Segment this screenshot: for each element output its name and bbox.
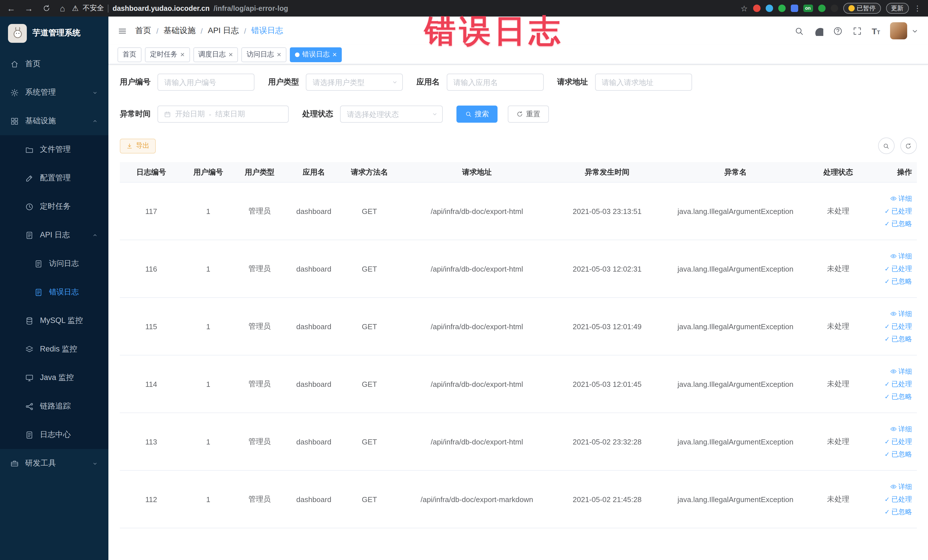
sidebar-item-redis-monitor[interactable]: Redis 监控 <box>0 335 108 363</box>
sidebar-item-java-monitor[interactable]: Java 监控 <box>0 363 108 392</box>
reset-button[interactable]: 重置 <box>508 105 549 123</box>
column-header: 日志编号 <box>120 167 183 177</box>
chevron-down-icon <box>92 460 98 467</box>
breadcrumb-api-log[interactable]: API 日志 <box>208 26 239 36</box>
close-icon[interactable]: × <box>333 51 337 58</box>
tab-scheduled-jobs[interactable]: 定时任务 × <box>145 47 190 62</box>
cell-exception-name: java.lang.IllegalArgumentException <box>657 322 814 331</box>
mark-ignored-link[interactable]: ✓ 已忽略 <box>885 507 912 517</box>
mark-ignored-link[interactable]: ✓ 已忽略 <box>885 219 912 229</box>
top-navbar: 首页 / 基础设施 / API 日志 / 错误日志 <box>108 17 928 45</box>
mark-processed-link[interactable]: ✓ 已处理 <box>885 437 912 447</box>
extension-on-badge[interactable]: on <box>803 5 813 12</box>
sidebar-item-home[interactable]: 首页 <box>0 50 108 78</box>
sidebar-item-mysql-monitor[interactable]: MySQL 监控 <box>0 307 108 335</box>
avatar[interactable] <box>890 22 907 40</box>
sidebar-item-error-log[interactable]: 错误日志 <box>0 278 108 307</box>
mark-ignored-link[interactable]: ✓ 已忽略 <box>885 276 912 286</box>
url-host[interactable]: dashboard.yudao.iocoder.cn <box>112 4 209 12</box>
document-icon <box>34 259 43 268</box>
reload-icon[interactable] <box>42 4 51 12</box>
cell-log-id: 117 <box>120 207 183 215</box>
extension-icon-paw[interactable] <box>830 5 838 12</box>
sidebar-item-api-log[interactable]: API 日志 <box>0 221 108 249</box>
user-type-select[interactable] <box>306 73 403 91</box>
mark-ignored-link[interactable]: ✓ 已忽略 <box>885 449 912 459</box>
search-icon <box>465 111 472 117</box>
sidebar-item-trace[interactable]: 链路追踪 <box>0 392 108 421</box>
eye-icon <box>890 483 897 490</box>
sidebar-item-file-manage[interactable]: 文件管理 <box>0 135 108 164</box>
address-bar[interactable]: ⚠ 不安全 dashboard.yudao.iocoder.cn/infra/l… <box>72 3 288 13</box>
export-button[interactable]: 导出 <box>120 138 156 153</box>
detail-link[interactable]: 详细 <box>890 309 912 319</box>
extension-icon-grid[interactable] <box>791 5 798 12</box>
font-size-icon[interactable] <box>872 26 880 35</box>
column-header: 用户编号 <box>183 167 234 177</box>
fullscreen-icon[interactable] <box>852 26 862 36</box>
tab-error-log[interactable]: 错误日志 × <box>290 47 342 62</box>
help-icon[interactable] <box>833 26 843 36</box>
detail-link[interactable]: 详细 <box>890 482 912 491</box>
date-range-picker[interactable]: 开始日期 - 结束日期 <box>157 105 289 123</box>
sidebar-filler <box>0 478 108 560</box>
security-label[interactable]: 不安全 <box>82 3 104 13</box>
sidebar-item-infra[interactable]: 基础设施 <box>0 107 108 135</box>
paused-chip[interactable]: 已暂停 <box>843 3 881 14</box>
extension-icon-green[interactable] <box>778 5 785 12</box>
mark-processed-link[interactable]: ✓ 已处理 <box>885 494 912 504</box>
document-icon <box>25 231 34 240</box>
close-icon[interactable]: × <box>277 51 281 58</box>
hamburger-icon[interactable] <box>118 26 127 36</box>
url-path[interactable]: /infra/log/api-error-log <box>214 4 288 12</box>
detail-link[interactable]: 详细 <box>890 366 912 376</box>
sidebar-item-system[interactable]: 系统管理 <box>0 78 108 107</box>
home-icon[interactable]: ⌂ <box>60 4 65 12</box>
mark-processed-link[interactable]: ✓ 已处理 <box>885 379 912 389</box>
sidebar-item-config-manage[interactable]: 配置管理 <box>0 164 108 192</box>
mark-processed-link[interactable]: ✓ 已处理 <box>885 264 912 273</box>
extension-icon-red[interactable] <box>753 5 760 12</box>
sidebar-item-dev-tools[interactable]: 研发工具 <box>0 449 108 478</box>
filter-user-id: 用户编号 <box>120 73 255 91</box>
mark-ignored-link[interactable]: ✓ 已忽略 <box>885 392 912 401</box>
process-status-select[interactable] <box>340 105 443 123</box>
toggle-search-button[interactable] <box>878 137 894 154</box>
breadcrumb-current: 错误日志 <box>251 26 283 36</box>
sidebar-item-scheduled-jobs[interactable]: 定时任务 <box>0 192 108 221</box>
forward-icon[interactable]: → <box>24 4 33 12</box>
extension-icon-leaf[interactable] <box>818 5 825 12</box>
close-icon[interactable]: × <box>229 51 233 58</box>
user-menu[interactable] <box>890 22 919 40</box>
tab-home[interactable]: 首页 <box>118 47 142 62</box>
extension-icon-blue[interactable] <box>765 5 773 12</box>
refresh-button[interactable] <box>900 137 917 154</box>
mark-processed-link[interactable]: ✓ 已处理 <box>885 206 912 216</box>
sidebar-item-log-center[interactable]: 日志中心 <box>0 421 108 449</box>
mark-ignored-link[interactable]: ✓ 已忽略 <box>885 334 912 344</box>
breadcrumb-infra[interactable]: 基础设施 <box>163 26 195 36</box>
tab-access-log[interactable]: 访问日志 × <box>241 47 286 62</box>
detail-link[interactable]: 详细 <box>890 194 912 203</box>
gear-icon <box>10 88 19 97</box>
app-name-input[interactable] <box>446 73 543 91</box>
back-icon[interactable]: ← <box>7 4 15 12</box>
bookmark-star-icon[interactable]: ☆ <box>740 4 748 13</box>
detail-link[interactable]: 详细 <box>890 424 912 434</box>
app-logo[interactable]: 芋道管理系统 <box>0 17 108 50</box>
user-id-input[interactable] <box>157 73 255 91</box>
tab-dispatch-log[interactable]: 调度日志 × <box>193 47 238 62</box>
github-icon[interactable] <box>814 26 823 36</box>
close-icon[interactable]: × <box>180 51 185 58</box>
search-icon[interactable] <box>794 26 804 36</box>
check-icon: ✓ <box>885 265 890 272</box>
mark-processed-link[interactable]: ✓ 已处理 <box>885 322 912 331</box>
update-chip[interactable]: 更新 <box>886 3 908 14</box>
browser-menu-icon[interactable]: ⋮ <box>914 4 921 12</box>
breadcrumb-home[interactable]: 首页 <box>135 26 151 36</box>
detail-link[interactable]: 详细 <box>890 251 912 261</box>
sidebar-item-access-log[interactable]: 访问日志 <box>0 249 108 278</box>
search-button[interactable]: 搜索 <box>456 105 498 123</box>
process-status-label: 处理状态 <box>302 109 333 119</box>
request-url-input[interactable] <box>595 73 692 91</box>
